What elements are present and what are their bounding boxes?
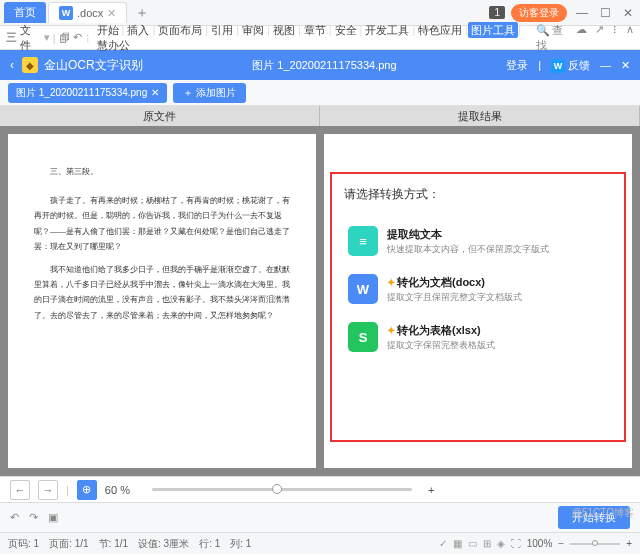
ribbon-tab-7[interactable]: 安全	[332, 22, 360, 38]
image-tab[interactable]: 图片 1_20200211175334.png ✕	[8, 83, 167, 103]
tab-close-icon[interactable]: ✕	[107, 7, 116, 20]
read-icon[interactable]: ▭	[468, 538, 477, 549]
crop-icon[interactable]: ▣	[48, 511, 58, 524]
web-icon[interactable]: ⊞	[483, 538, 491, 549]
status-pages: 页面: 1/1	[49, 537, 88, 551]
zoom-slider[interactable]	[152, 488, 412, 491]
option-icon: W	[348, 274, 378, 304]
ribbon-tab-3[interactable]: 引用	[208, 22, 236, 38]
guest-login-button[interactable]: 访客登录	[511, 4, 567, 22]
add-image-button[interactable]: ＋ 添加图片	[173, 83, 246, 103]
feedback-icon: W	[551, 59, 565, 73]
document-tab[interactable]: W .docx ✕	[48, 2, 127, 23]
hamburger-icon[interactable]: 三	[6, 30, 17, 45]
ocr-filename: 图片 1_20200211175334.png	[143, 58, 506, 73]
convert-option-2[interactable]: S✦转化为表格(xlsx)提取文字保留完整表格版式	[344, 313, 612, 361]
option-icon: S	[348, 322, 378, 352]
status-slider[interactable]	[570, 543, 620, 545]
status-section: 节: 1/1	[99, 537, 128, 551]
slider-handle[interactable]	[272, 484, 282, 494]
search-label[interactable]: 🔍查找	[536, 23, 568, 53]
status-line: 行: 1	[199, 537, 220, 551]
word-icon: W	[59, 6, 73, 20]
ribbon-tab-9[interactable]: 特色应用	[415, 22, 465, 38]
status-zoom-out[interactable]: −	[558, 538, 564, 549]
fullscreen-icon[interactable]: ⛶	[511, 538, 521, 549]
convert-prompt: 请选择转换方式：	[344, 186, 612, 203]
doc-tab-label: .docx	[77, 7, 103, 19]
image-tab-row: 图片 1_20200211175334.png ✕ ＋ 添加图片	[0, 80, 640, 106]
status-bar: 页码: 1 页面: 1/1 节: 1/1 设值: 3厘米 行: 1 列: 1 ✓…	[0, 532, 640, 554]
option-title: 提取纯文本	[387, 227, 549, 242]
action-bar: ↶ ↷ ▣ 开始转换	[0, 502, 640, 532]
minimize-icon[interactable]: —	[573, 6, 591, 20]
image-tab-close-icon[interactable]: ✕	[151, 87, 159, 98]
notification-badge[interactable]: 1	[489, 6, 505, 19]
share-icon[interactable]: ↗	[595, 23, 604, 53]
ocr-title: 金山OCR文字识别	[44, 57, 143, 74]
result-header: 提取结果	[320, 106, 640, 126]
zoom-percent: 60 %	[105, 484, 130, 496]
expand-icon[interactable]: ∧	[626, 23, 634, 53]
status-col: 列: 1	[230, 537, 251, 551]
option-desc: 快速提取本文内容，但不保留原文字版式	[387, 243, 549, 256]
ocr-header: ‹ ◆ 金山OCR文字识别 图片 1_20200211175334.png 登录…	[0, 50, 640, 80]
ribbon-tab-5[interactable]: 视图	[270, 22, 298, 38]
option-desc: 提取文字且保留完整文字文档版式	[387, 291, 522, 304]
close-icon[interactable]: ✕	[620, 6, 636, 20]
convert-option-1[interactable]: W✦转化为文档(docx)提取文字且保留完整文字文档版式	[344, 265, 612, 313]
ribbon-tab-10[interactable]: 图片工具	[468, 22, 518, 38]
workspace: 原文件 提取结果 三、第三段。 孩子走了。有再来的时候；杨柳枯了，有再青的时候；…	[0, 106, 640, 476]
home-tab[interactable]: 首页	[4, 2, 46, 23]
premium-icon: ✦	[387, 325, 395, 336]
ribbon-tab-1[interactable]: 插入	[124, 22, 152, 38]
image-tab-label: 图片 1_20200211175334.png	[16, 86, 147, 100]
fit-button[interactable]: ⊕	[77, 480, 97, 500]
ocr-min-icon[interactable]: —	[600, 59, 611, 71]
doc-paragraph: 孩子走了。有再来的时候；杨柳枯了，有再青的时候；桃花谢了，有再开的时候。但是，聪…	[34, 193, 290, 254]
zoom-bar: ← → | ⊕ 60 % +	[0, 476, 640, 502]
cloud-icon[interactable]: ☁	[576, 23, 587, 53]
file-menu[interactable]: 文件	[20, 23, 41, 53]
highlight-box: 请选择转换方式： ≡提取纯文本快速提取本文内容，但不保留原文字版式W✦转化为文档…	[330, 172, 626, 442]
ribbon-tab-11[interactable]: 慧办公	[94, 37, 133, 53]
status-page: 页码: 1	[8, 537, 39, 551]
option-icon: ≡	[348, 226, 378, 256]
outline-icon[interactable]: ◈	[497, 538, 505, 549]
rotate-left-icon[interactable]: ↶	[10, 511, 19, 524]
convert-option-0[interactable]: ≡提取纯文本快速提取本文内容，但不保留原文字版式	[344, 217, 612, 265]
new-tab-icon[interactable]: ＋	[135, 4, 149, 22]
next-page-button[interactable]: →	[38, 480, 58, 500]
save-icon[interactable]: 🗐	[59, 32, 70, 44]
option-title: ✦转化为文档(docx)	[387, 275, 522, 290]
spellcheck-icon[interactable]: ✓	[439, 538, 447, 549]
ocr-logo-icon: ◆	[22, 57, 38, 73]
ocr-close-icon[interactable]: ✕	[621, 59, 630, 72]
maximize-icon[interactable]: ☐	[597, 6, 614, 20]
status-zoom-in[interactable]: +	[626, 538, 632, 549]
ribbon-tab-0[interactable]: 开始	[94, 22, 122, 38]
undo-icon[interactable]: ↶	[73, 31, 82, 44]
premium-icon: ✦	[387, 277, 395, 288]
option-title: ✦转化为表格(xlsx)	[387, 323, 495, 338]
ribbon-tab-6[interactable]: 章节	[301, 22, 329, 38]
ribbon-bar: 三 文件 ▾ | 🗐 ↶ ⫶ 开始|插入|页面布局|引用|审阅|视图|章节|安全…	[0, 26, 640, 50]
back-icon[interactable]: ‹	[10, 58, 14, 72]
layout-icon[interactable]: ▦	[453, 538, 462, 549]
ribbon-tab-8[interactable]: 开发工具	[362, 22, 412, 38]
watermark: @51CTO博客	[572, 506, 634, 520]
zoom-in-icon[interactable]: +	[428, 484, 434, 496]
prev-page-button[interactable]: ←	[10, 480, 30, 500]
more-icon[interactable]: ⫶	[612, 23, 618, 53]
source-pane: 三、第三段。 孩子走了。有再来的时候；杨柳枯了，有再青的时候；桃花谢了，有再开的…	[8, 134, 316, 468]
result-pane: 请选择转换方式： ≡提取纯文本快速提取本文内容，但不保留原文字版式W✦转化为文档…	[324, 134, 632, 468]
status-zoom: 100%	[527, 538, 553, 549]
rotate-right-icon[interactable]: ↷	[29, 511, 38, 524]
login-link[interactable]: 登录	[506, 58, 528, 73]
doc-paragraph: 我不知道他们给了我多少日子，但我的手确乎是渐渐空虚了。在默默里算着，八千多日子已…	[34, 262, 290, 323]
status-setting: 设值: 3厘米	[138, 537, 189, 551]
ribbon-tab-2[interactable]: 页面布局	[155, 22, 205, 38]
source-header: 原文件	[0, 106, 320, 126]
ribbon-tab-4[interactable]: 审阅	[239, 22, 267, 38]
feedback-link[interactable]: W反馈	[551, 58, 590, 73]
